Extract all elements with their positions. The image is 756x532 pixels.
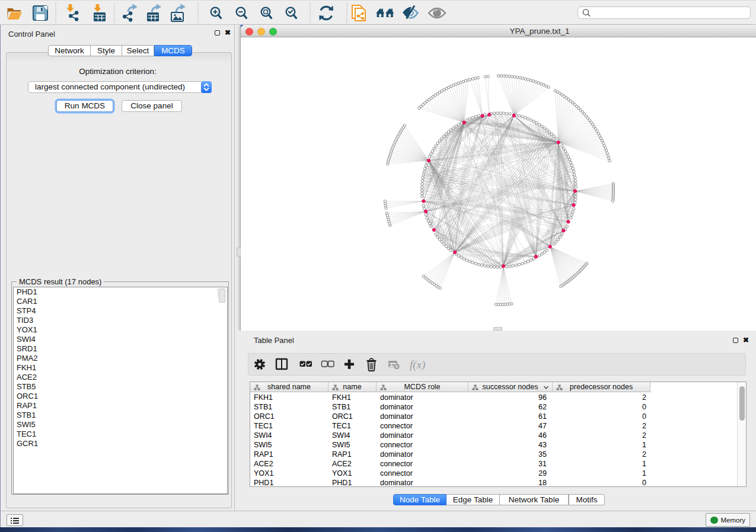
- svg-text:f(x): f(x): [410, 358, 425, 371]
